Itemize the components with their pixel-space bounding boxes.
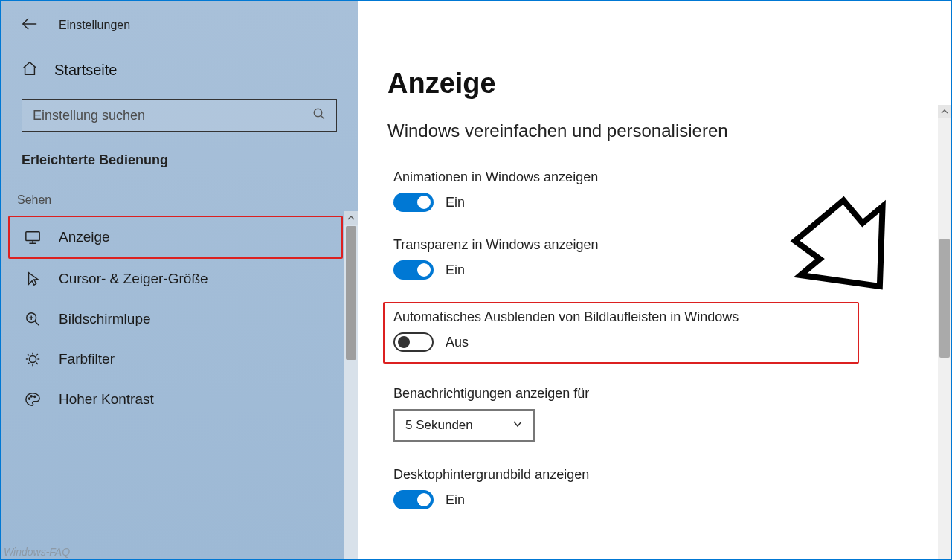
svg-line-11 — [35, 321, 39, 326]
sidebar-item-highcontrast[interactable]: Hoher Kontrast — [16, 379, 343, 419]
sidebar-home-label: Startseite — [54, 62, 117, 79]
notifications-select[interactable]: 5 Sekunden — [393, 409, 535, 442]
watermark: Windows-FAQ — [4, 546, 70, 558]
scroll-up-arrow-icon[interactable] — [344, 211, 358, 225]
sidebar-group-label: Sehen — [16, 183, 343, 216]
search-placeholder: Einstellung suchen — [33, 108, 145, 123]
setting-label: Desktophintergrundbild anzeigen — [393, 467, 916, 483]
main-pane: Anzeige Windows vereinfachen und persona… — [358, 1, 951, 559]
settings-window: Einstellungen Startseite Einstellung suc… — [0, 0, 952, 560]
sidebar-header: Einstellungen — [16, 10, 343, 48]
svg-point-24 — [30, 396, 32, 397]
toggle-state-label: Aus — [446, 335, 469, 350]
magnifier-icon — [23, 309, 42, 329]
toggle-hide-scrollbars[interactable] — [393, 332, 434, 352]
select-value: 5 Sekunden — [405, 418, 473, 433]
toggle-desktop-bg[interactable] — [393, 490, 434, 509]
sidebar-scroll-thumb[interactable] — [346, 226, 356, 360]
toggle-state-label: Ein — [446, 263, 465, 278]
setting-animations: Animationen in Windows anzeigen Ein — [387, 167, 922, 215]
svg-line-21 — [28, 363, 29, 364]
app-title: Einstellungen — [59, 19, 130, 32]
sidebar-item-magnifier[interactable]: Bildschirmlupe — [16, 299, 343, 339]
setting-label: Animationen in Windows anzeigen — [393, 170, 916, 185]
svg-point-23 — [28, 398, 30, 399]
sidebar-item-display[interactable]: Anzeige — [8, 216, 343, 259]
main-scroll-thumb[interactable] — [939, 239, 950, 358]
sidebar-item-label: Farbfilter — [59, 351, 115, 367]
svg-point-14 — [29, 355, 36, 362]
sidebar-item-cursor[interactable]: Cursor- & Zeiger-Größe — [16, 259, 343, 299]
sidebar-item-label: Bildschirmlupe — [59, 311, 151, 327]
search-input[interactable]: Einstellung suchen — [22, 99, 337, 132]
setting-hide-scrollbars: Automatisches Ausblenden von Bildlauflei… — [383, 302, 859, 364]
sidebar-section-title: Erleichterte Bedienung — [16, 145, 343, 183]
svg-point-25 — [34, 396, 36, 397]
toggle-state-label: Ein — [446, 492, 465, 508]
svg-line-20 — [36, 363, 38, 364]
cursor-icon — [23, 269, 42, 289]
chevron-down-icon — [512, 418, 523, 433]
toggle-transparency[interactable] — [393, 260, 434, 280]
monitor-icon — [23, 228, 42, 247]
search-icon — [312, 107, 326, 123]
sidebar-nav-list: Anzeige Cursor- & Zeiger-Größe Bildschir… — [16, 216, 343, 419]
palette-icon — [23, 390, 42, 409]
svg-line-19 — [28, 354, 29, 355]
setting-label: Automatisches Ausblenden von Bildlauflei… — [393, 309, 849, 325]
scroll-up-arrow-icon[interactable] — [938, 105, 951, 118]
toggle-animations[interactable] — [393, 193, 434, 212]
main-scrollbar[interactable] — [938, 105, 951, 559]
setting-transparency: Transparenz in Windows anzeigen Ein — [387, 234, 922, 283]
home-icon — [22, 60, 38, 80]
sidebar-item-label: Cursor- & Zeiger-Größe — [59, 271, 208, 287]
svg-line-22 — [36, 354, 38, 355]
setting-label: Benachrichtigungen anzeigen für — [393, 386, 916, 402]
color-filter-icon — [23, 350, 42, 369]
sidebar-item-colorfilter[interactable]: Farbfilter — [16, 339, 343, 379]
page-title: Anzeige — [387, 68, 922, 100]
svg-line-6 — [321, 115, 324, 119]
setting-notifications: Benachrichtigungen anzeigen für 5 Sekund… — [387, 383, 922, 445]
sidebar-scrollbar[interactable] — [344, 211, 358, 559]
setting-desktop-bg: Desktophintergrundbild anzeigen Ein — [387, 464, 922, 512]
sidebar-home[interactable]: Startseite — [16, 48, 343, 94]
toggle-state-label: Ein — [446, 195, 465, 210]
svg-point-5 — [314, 109, 322, 117]
sidebar: Einstellungen Startseite Einstellung suc… — [1, 1, 358, 559]
svg-rect-7 — [26, 232, 39, 241]
sidebar-item-label: Hoher Kontrast — [59, 391, 154, 408]
page-subtitle: Windows vereinfachen und personalisieren — [387, 120, 922, 141]
setting-label: Transparenz in Windows anzeigen — [393, 237, 916, 253]
sidebar-item-label: Anzeige — [59, 229, 110, 245]
back-arrow-icon[interactable] — [22, 16, 38, 35]
